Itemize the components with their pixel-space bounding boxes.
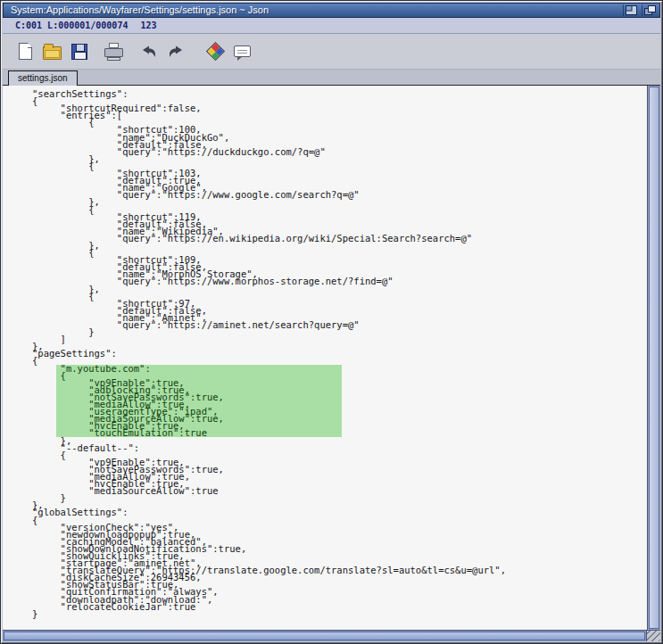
vertical-scrollbar-thumb[interactable] xyxy=(649,87,659,629)
status-bar: C:001 L:000001/000074 123 xyxy=(3,18,660,34)
save-floppy-icon xyxy=(71,44,87,60)
redo-icon xyxy=(167,44,185,59)
tab-bar: settings.json xyxy=(3,70,660,86)
code-line[interactable]: "query":"https://www.google.com/search?q… xyxy=(32,191,647,198)
syntax-colors-button[interactable] xyxy=(203,38,228,65)
new-document-button[interactable] xyxy=(13,38,37,65)
printer-icon xyxy=(104,45,123,61)
code-line[interactable]: "relocateCookieJar":true xyxy=(32,603,647,610)
code-line[interactable]: }, xyxy=(32,343,647,350)
editor-area[interactable]: "searchSettings":{ "shortcutRequired":fa… xyxy=(3,86,647,630)
print-button[interactable] xyxy=(102,38,126,65)
horizontal-scrollbar-thumb[interactable] xyxy=(4,632,645,640)
save-button[interactable] xyxy=(67,38,91,65)
code-line[interactable]: "--default--": xyxy=(32,444,647,451)
code-line[interactable]: "touchEmulation":true xyxy=(32,429,647,436)
code-line[interactable]: ] xyxy=(32,335,647,343)
code-line[interactable]: "query":"https://en.wikipedia.org/wiki/S… xyxy=(32,235,647,242)
resize-handle-icon[interactable] xyxy=(646,630,660,641)
editor-window: System:Applications/Wayfarer/Settings/se… xyxy=(0,0,663,644)
code-line[interactable]: "query":"https://duckduckgo.com/?q=@" xyxy=(32,148,647,155)
titlebar[interactable]: System:Applications/Wayfarer/Settings/se… xyxy=(3,3,660,18)
comment-icon xyxy=(234,45,251,57)
comment-button[interactable] xyxy=(230,38,254,65)
horizontal-scrollbar[interactable] xyxy=(3,630,646,641)
depth-icon[interactable] xyxy=(642,4,658,16)
tab-settings-json[interactable]: settings.json xyxy=(8,70,78,86)
cursor-position: C:001 L:000001/000074 xyxy=(15,21,128,30)
open-folder-icon xyxy=(43,46,62,60)
new-document-icon xyxy=(19,43,32,60)
undo-button[interactable] xyxy=(137,38,161,65)
code-line[interactable]: "globalSettings": xyxy=(32,508,647,516)
color-palette-icon xyxy=(206,42,225,61)
status-extra: 123 xyxy=(140,21,156,30)
undo-icon xyxy=(140,44,158,59)
code-line[interactable]: "shortcutRequired":false, xyxy=(32,104,647,111)
redo-button[interactable] xyxy=(163,38,187,65)
zoom-icon[interactable] xyxy=(623,4,639,16)
editor-lines: "searchSettings":{ "shortcutRequired":fa… xyxy=(3,86,647,617)
vertical-scrollbar[interactable] xyxy=(647,86,660,630)
window-title: System:Applications/Wayfarer/Settings/se… xyxy=(11,5,620,15)
code-line[interactable]: "mediaSourceAllow":true xyxy=(32,487,647,494)
code-line[interactable]: "m.youtube.com": xyxy=(32,365,647,372)
open-file-button[interactable] xyxy=(40,38,64,65)
toolbar xyxy=(3,34,660,70)
code-line[interactable]: "pageSettings": xyxy=(32,350,647,357)
code-line[interactable]: "searchSettings": xyxy=(32,90,647,97)
code-line[interactable]: "query":"https://aminet.net/search?query… xyxy=(32,321,647,328)
code-line[interactable]: "query":"https://www.morphos-storage.net… xyxy=(32,277,647,285)
